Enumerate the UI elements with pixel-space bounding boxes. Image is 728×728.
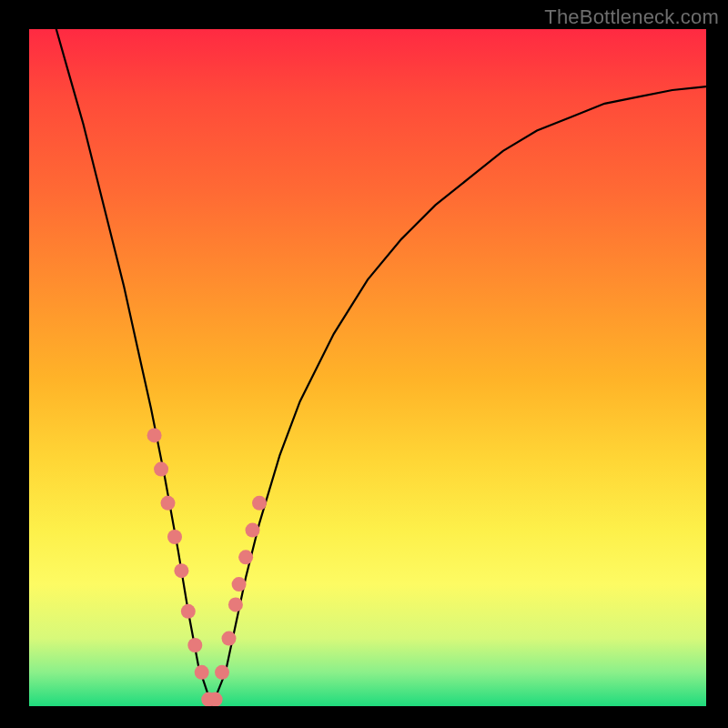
- data-marker: [246, 523, 260, 538]
- chart-frame: TheBottleneck.com: [0, 0, 728, 728]
- data-marker: [215, 665, 229, 680]
- data-marker: [232, 577, 247, 592]
- plot-area: [29, 29, 706, 706]
- curve-path: [56, 29, 706, 706]
- bottleneck-curve: [56, 29, 706, 706]
- data-marker: [154, 462, 168, 477]
- data-marker: [228, 597, 243, 612]
- data-marker: [208, 693, 223, 706]
- data-marker: [161, 496, 176, 511]
- data-marker: [167, 530, 182, 544]
- data-marker: [222, 632, 237, 646]
- data-marker: [147, 428, 162, 442]
- data-marker: [174, 563, 188, 578]
- watermark-text: TheBottleneck.com: [544, 5, 719, 29]
- data-marker: [238, 550, 253, 564]
- data-marker: [181, 604, 196, 619]
- data-marker: [195, 665, 209, 680]
- data-marker: [187, 638, 202, 652]
- curve-svg: [29, 29, 706, 706]
- data-marker: [252, 496, 267, 511]
